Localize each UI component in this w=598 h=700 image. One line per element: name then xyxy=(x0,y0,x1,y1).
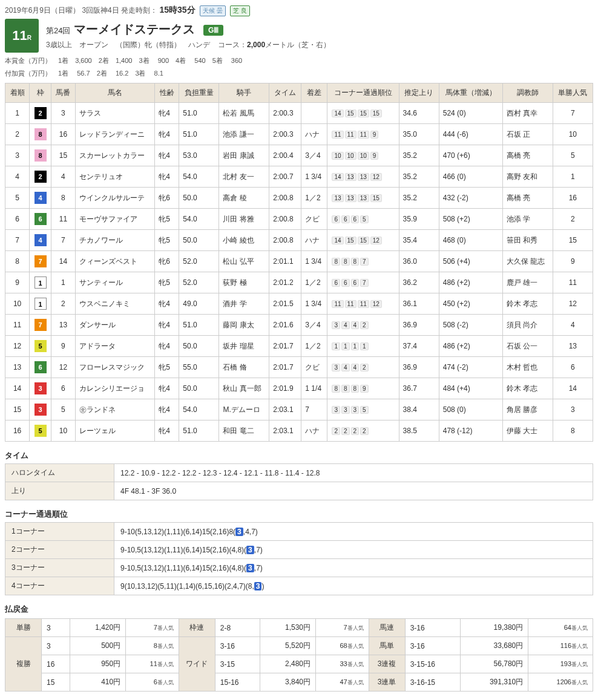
bet-type: ワイド xyxy=(179,637,215,692)
col-header: コーナー通過順位 xyxy=(327,83,399,103)
payout-combo: 15 xyxy=(42,673,70,692)
col-header: タイム xyxy=(269,83,301,103)
waku-badge: 8 xyxy=(34,149,47,162)
table-row: 1012ウスベニノキミ牝449.0酒井 学2:01.51 3/411111112… xyxy=(5,293,593,315)
kv-label: 上り xyxy=(5,482,114,500)
payout-amount: 1,420円 xyxy=(70,619,126,637)
col-header: 調教師 xyxy=(502,83,553,103)
waku-badge: 2 xyxy=(34,107,47,119)
kv-label: 4コーナー xyxy=(5,577,114,595)
col-header: 着順 xyxy=(5,83,30,103)
col-header: 馬体重（増減） xyxy=(439,83,502,103)
race-title-row: 11R 第24回マーメイドステークス GⅢ 3歳以上 オープン （国際）牝（特指… xyxy=(5,19,593,53)
waku-badge: 3 xyxy=(34,382,47,394)
kv-label: 2コーナー xyxy=(5,541,114,559)
payout-amount: 56,780円 xyxy=(460,655,528,673)
bet-type: 枠連 xyxy=(179,619,215,637)
payout-amount: 2,480円 xyxy=(260,655,316,673)
kv-value: 9(10,13,12)(5,11)(1,14)(6,15,16)(2,4,7)(… xyxy=(114,577,593,595)
start-label: 発走時刻： xyxy=(121,6,157,15)
table-row: 16510レーツェル牝451.0和田 竜二2:03.1ハナ222238.5478… xyxy=(5,420,593,442)
prize-main: 本賞金（万円） 1着 3,600 2着 1,400 3着 900 4着 540 … xyxy=(5,56,593,65)
kv-value: 12.2 - 10.9 - 12.2 - 12.2 - 12.3 - 12.4 … xyxy=(114,464,593,482)
payout-combo: 3-16-15 xyxy=(405,673,460,692)
payout-pop: 116番人気 xyxy=(528,637,593,655)
turf-chip: 芝 良 xyxy=(230,5,250,16)
kv-label: 1コーナー xyxy=(5,523,114,541)
payout-amount: 33,680円 xyxy=(460,637,528,655)
payout-pop: 11番人気 xyxy=(126,655,179,673)
payout-combo: 15-16 xyxy=(215,673,260,692)
payout-combo: 3-15-16 xyxy=(405,655,460,673)
kv-value: 9-10,5(13,12)(1,11)(6,14)15(2,16)(4,8)(3… xyxy=(114,541,593,559)
payout-table: 単勝31,420円7番人気枠連2-81,530円7番人気馬連3-1619,380… xyxy=(5,618,593,692)
col-header: 馬名 xyxy=(76,83,155,103)
waku-badge: 4 xyxy=(34,192,47,204)
highlighted-horse: 3 xyxy=(254,582,262,590)
table-row: 548ウインクルサルーテ牝650.0高倉 稜2:00.81／2131313153… xyxy=(5,188,593,209)
payout-pop: 33番人気 xyxy=(316,655,369,673)
table-row: 13612フローレスマジック牝555.0石橋 脩2:01.7クビ344236.9… xyxy=(5,357,593,378)
weather-chip: 天候 曇 xyxy=(200,5,226,16)
payout-pop: 47番人気 xyxy=(316,673,369,692)
table-row: 123サラス牝451.0松若 風馬2:00.31415151534.6524 (… xyxy=(5,103,593,124)
table-row: 2816レッドランディーニ牝451.0池添 謙一2:00.3ハナ11111193… xyxy=(5,124,593,145)
table-row: 1535㊎ランドネ牝454.0M.デムーロ2:03.17333538.4508 … xyxy=(5,399,593,420)
bet-type: 馬連 xyxy=(369,619,405,637)
section-time-title: タイム xyxy=(5,450,593,461)
race-meeting: 3回阪神4日 xyxy=(82,6,119,15)
payout-pop: 8番人気 xyxy=(126,637,179,655)
corner-table: 1コーナー9-10(5,13,12)(1,11)(6,14)15(2,16)8(… xyxy=(5,522,593,595)
waku-badge: 5 xyxy=(34,425,47,437)
col-header: 負担重量 xyxy=(179,83,219,103)
payout-amount: 1,530円 xyxy=(260,619,316,637)
payout-pop: 7番人気 xyxy=(316,619,369,637)
payout-amount: 950円 xyxy=(70,655,126,673)
col-header: 単勝人気 xyxy=(553,83,593,103)
race-number-box: 11R xyxy=(5,19,39,53)
race-name: 第24回マーメイドステークス GⅢ xyxy=(46,21,593,38)
bet-type: 3連複 xyxy=(369,655,405,673)
waku-badge: 3 xyxy=(34,404,47,416)
kv-value: 9-10,5(13,12)(1,11)(6,14)15(2,16)(4,8)(3… xyxy=(114,559,593,577)
kv-value: 9-10(5,13,12)(1,11)(6,14)15(2,16)8(3,4,7… xyxy=(114,523,593,541)
payout-amount: 3,840円 xyxy=(260,673,316,692)
section-corner-title: コーナー通過順位 xyxy=(5,509,593,520)
table-row: 1436カレンシリエージョ牝450.0秋山 真一郎2:01.91 1/48889… xyxy=(5,378,593,399)
start-time: 15時35分 xyxy=(159,5,195,15)
col-header: 枠 xyxy=(30,83,51,103)
bet-type: 3連単 xyxy=(369,673,405,692)
highlighted-horse: 3 xyxy=(246,546,254,554)
payout-combo: 3-16 xyxy=(405,637,460,655)
race-date: 2019年6月9日（日曜） xyxy=(5,6,80,15)
payout-combo: 3 xyxy=(42,637,70,655)
payout-amount: 391,310円 xyxy=(460,673,528,692)
bet-type: 複勝 xyxy=(5,637,42,692)
payout-combo: 3 xyxy=(42,619,70,637)
payout-pop: 7番人気 xyxy=(126,619,179,637)
payout-amount: 19,380円 xyxy=(460,619,528,637)
waku-badge: 1 xyxy=(34,298,47,310)
payout-combo: 3-16 xyxy=(405,619,460,637)
prize-add: 付加賞（万円） 1着 56.7 2着 16.2 3着 8.1 xyxy=(5,69,593,78)
waku-badge: 6 xyxy=(34,213,47,225)
results-table: 着順枠馬番馬名性齢負担重量騎手タイム着差コーナー通過順位推定上り馬体重（増減）調… xyxy=(5,83,593,442)
table-row: 6611モーヴサファイア牝554.0川田 将雅2:00.8クビ666535.95… xyxy=(5,209,593,230)
payout-pop: 6番人気 xyxy=(126,673,179,692)
payout-amount: 410円 xyxy=(70,673,126,692)
waku-badge: 5 xyxy=(34,340,47,352)
payout-pop: 68番人気 xyxy=(316,637,369,655)
table-row: 747チカノワール牝550.0小崎 綾也2:00.8ハナ1415151235.4… xyxy=(5,230,593,251)
payout-amount: 500円 xyxy=(70,637,126,655)
col-header: 推定上り xyxy=(399,83,439,103)
waku-badge: 8 xyxy=(34,128,47,140)
kv-label: 3コーナー xyxy=(5,559,114,577)
bet-type: 馬単 xyxy=(369,637,405,655)
payout-combo: 16 xyxy=(42,655,70,673)
payout-combo: 3-16 xyxy=(215,637,260,655)
highlighted-horse: 3 xyxy=(235,528,243,536)
section-payout-title: 払戻金 xyxy=(5,604,593,615)
table-row: 911サンティール牝552.0荻野 極2:01.21／2666736.2486 … xyxy=(5,272,593,293)
table-row: 8714クィーンズベスト牝652.0松山 弘平2:01.11 3/4888736… xyxy=(5,251,593,272)
highlighted-horse: 3 xyxy=(246,564,254,572)
